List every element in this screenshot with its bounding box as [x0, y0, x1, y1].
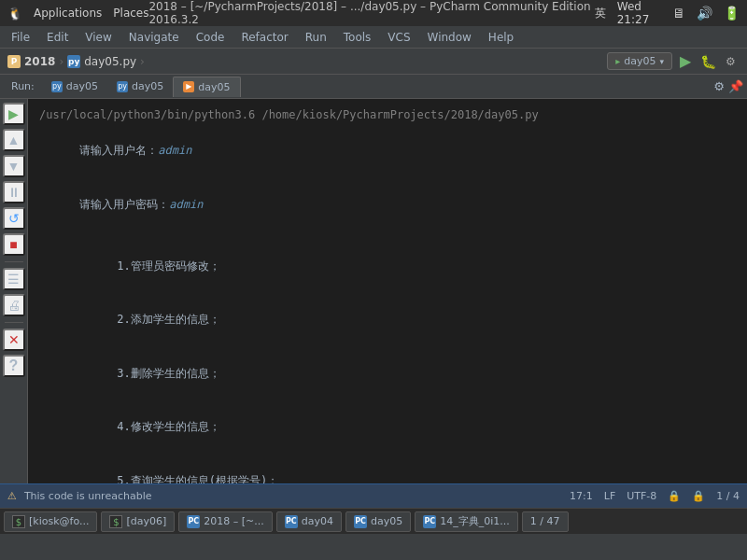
- menu-run[interactable]: Run: [298, 29, 334, 46]
- stop-toolbar-btn[interactable]: ■: [3, 233, 25, 256]
- tab1-py-icon: py: [51, 81, 63, 92]
- menu-item-3-text: 3.删除学生的信息；: [79, 367, 219, 380]
- run-toolbar-btn[interactable]: ▶: [3, 103, 25, 125]
- password-value: admin: [169, 198, 203, 211]
- menu-help[interactable]: Help: [481, 29, 521, 46]
- system-bar: 🐧 Applications Places 2018 – [~/PycharmP…: [0, 0, 747, 26]
- taskbar-pycharm-4[interactable]: PC 14_字典_0i1...: [415, 511, 518, 532]
- output-command: /usr/local/python3/bin/python3.6 /home/k…: [39, 106, 736, 124]
- menu-file[interactable]: File: [4, 29, 37, 46]
- terminal-icon-2: $: [109, 515, 122, 528]
- cursor-position: 17:1: [570, 490, 593, 502]
- username-label: 请输入用户名：: [79, 144, 158, 157]
- menu-item-2: 2.添加学生的信息；: [39, 293, 736, 347]
- menu-refactor[interactable]: Refactor: [233, 29, 295, 46]
- run-tab-3[interactable]: ▶ day05: [173, 77, 240, 97]
- output-password-prompt: 请输入用户密码：admin: [39, 178, 736, 232]
- up-toolbar-btn[interactable]: ▲: [3, 129, 25, 151]
- file-icon: py: [67, 55, 80, 68]
- clock: Wed 21:27: [617, 0, 661, 26]
- taskbar-pycharm-1[interactable]: PC 2018 – [~...: [178, 511, 273, 532]
- run-config-dropdown-icon[interactable]: ▾: [659, 57, 664, 66]
- run-config-badge[interactable]: ▸ day05 ▾: [607, 52, 672, 70]
- file-breadcrumb[interactable]: day05.py: [84, 55, 136, 68]
- window-icon: 🖥: [672, 6, 685, 21]
- spacer1: [39, 231, 736, 239]
- taskbar-page-label: 1 / 47: [530, 515, 560, 527]
- window-title-center: 2018 – [~/PycharmProjects/2018] – .../da…: [148, 0, 594, 26]
- menu-vcs[interactable]: VCS: [380, 29, 417, 46]
- line-endings: LF: [604, 490, 615, 502]
- taskbar-pycharm-3-label: day05: [371, 515, 402, 527]
- status-message: This code is unreachable: [24, 490, 152, 502]
- tab3-label: day05: [198, 81, 230, 93]
- down-toolbar-btn[interactable]: ▼: [3, 155, 25, 177]
- taskbar-pycharm-2[interactable]: PC day04: [276, 511, 342, 532]
- help-toolbar-btn[interactable]: ?: [3, 355, 25, 377]
- page-indicator: 1 / 4: [716, 490, 740, 502]
- settings-icon[interactable]: ⚙: [713, 79, 725, 93]
- menu-edit[interactable]: Edit: [39, 29, 76, 46]
- menu-window[interactable]: Window: [420, 29, 479, 46]
- print-toolbar-btn[interactable]: 🖨: [3, 294, 25, 316]
- run-tab-1[interactable]: py day05: [42, 77, 107, 97]
- project-breadcrumb[interactable]: 2018: [24, 55, 55, 68]
- taskbar-terminal-2[interactable]: $ [day06]: [101, 511, 175, 532]
- lock-icon: 🔒: [668, 490, 681, 502]
- system-bar-right: 英 Wed 21:27 🖥 🔊 🔋: [595, 0, 740, 26]
- menu-item-1: 1.管理员密码修改；: [39, 239, 736, 293]
- debug-toolbar-btn[interactable]: ✕: [3, 329, 25, 351]
- main-area: ▶ ▲ ▼ ⏸ ↺ ■ ☰ 🖨 ✕ ? /usr/local/python3/b…: [0, 99, 747, 483]
- debug-button[interactable]: 🐛: [698, 52, 717, 71]
- run-label: Run:: [4, 80, 42, 92]
- pycharm-icon-1: PC: [187, 515, 200, 528]
- menu-item-5: 5.查询学生的信息(根据学号)；: [39, 455, 736, 483]
- applications-menu[interactable]: Applications: [34, 7, 102, 20]
- status-bar-right: 17:1 LF UTF-8 🔒 🔒 1 / 4: [570, 490, 740, 502]
- output-username-prompt: 请输入用户名：admin: [39, 124, 736, 178]
- run-tab-actions: ⚙ 📌: [713, 79, 743, 93]
- pause-toolbar-btn[interactable]: ⏸: [3, 181, 25, 203]
- filter-toolbar-btn[interactable]: ☰: [3, 268, 25, 290]
- language-indicator[interactable]: 英: [595, 6, 606, 21]
- coverage-button[interactable]: ⚙: [721, 52, 740, 71]
- encoding: UTF-8: [627, 490, 656, 502]
- terminal-icon-1: $: [12, 515, 25, 528]
- taskbar-pycharm-3[interactable]: PC day05: [345, 511, 411, 532]
- file-tab-bar: P 2018 › py day05.py › ▸ day05 ▾ ▶ 🐛 ⚙: [0, 49, 747, 75]
- menu-item-4: 4.修改学生的信息；: [39, 400, 736, 455]
- menu-navigate[interactable]: Navigate: [121, 29, 187, 46]
- menu-bar: File Edit View Navigate Code Refactor Ru…: [0, 26, 747, 49]
- breadcrumb-sep1: ›: [59, 55, 63, 68]
- volume-icon: 🔊: [697, 6, 712, 21]
- menu-tools[interactable]: Tools: [336, 29, 379, 46]
- password-label: 请输入用户密码：: [79, 198, 169, 211]
- taskbar: $ [kiosk@fo... $ [day06] PC 2018 – [~...…: [0, 508, 747, 534]
- run-config-area: ▸ day05 ▾ ▶ 🐛 ⚙: [607, 52, 740, 71]
- username-value: admin: [158, 144, 191, 157]
- places-menu[interactable]: Places: [113, 7, 148, 20]
- project-folder-icon: P: [7, 55, 21, 68]
- menu-code[interactable]: Code: [189, 29, 233, 46]
- tab1-label: day05: [66, 80, 98, 92]
- menu-item-5-text: 5.查询学生的信息(根据学号)；: [79, 474, 278, 483]
- taskbar-terminal-1-label: [kiosk@fo...: [29, 515, 89, 527]
- rerun-toolbar-btn[interactable]: ↺: [3, 207, 25, 230]
- pycharm-icon-3: PC: [354, 515, 367, 528]
- status-bar-left: ⚠ This code is unreachable: [7, 490, 151, 502]
- breadcrumb-sep2: ›: [140, 55, 145, 68]
- taskbar-page[interactable]: 1 / 47: [522, 511, 569, 532]
- pycharm-icon-2: PC: [285, 515, 298, 528]
- run-button[interactable]: ▶: [676, 52, 695, 71]
- menu-item-3: 3.删除学生的信息；: [39, 346, 736, 400]
- run-tab-2[interactable]: py day05: [107, 77, 173, 97]
- menu-view[interactable]: View: [78, 29, 119, 46]
- pin-icon[interactable]: 📌: [728, 79, 743, 93]
- toolbar-divider: [5, 261, 23, 262]
- run-config-icon: ▸: [615, 56, 620, 66]
- taskbar-pycharm-1-label: 2018 – [~...: [204, 515, 264, 527]
- run-tabs: Run: py day05 py day05 ▶ day05 ⚙ 📌: [0, 75, 747, 99]
- taskbar-pycharm-2-label: day04: [302, 515, 333, 527]
- taskbar-terminal-1[interactable]: $ [kiosk@fo...: [4, 511, 97, 532]
- menu-item-1-text: 1.管理员密码修改；: [79, 259, 219, 273]
